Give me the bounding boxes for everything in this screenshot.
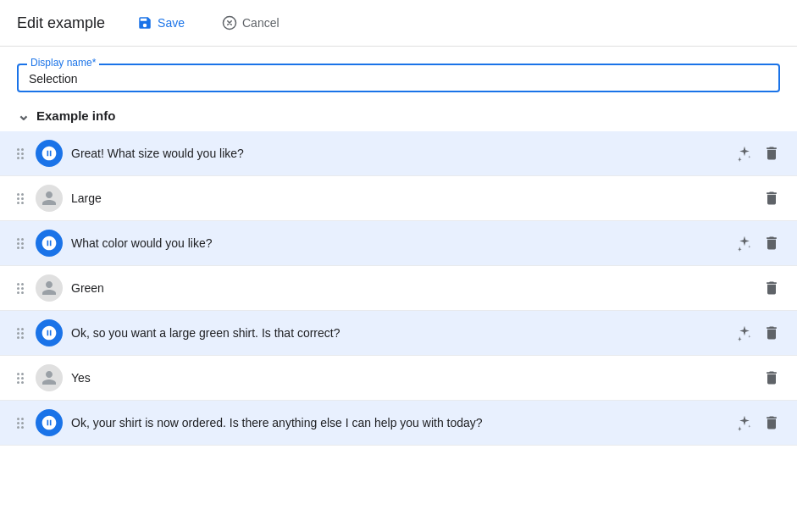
drag-handle[interactable] xyxy=(14,235,27,252)
cancel-icon xyxy=(222,15,237,30)
conversation-text: Ok, so you want a large green shirt. Is … xyxy=(71,326,724,340)
agent-avatar xyxy=(36,409,63,436)
user-avatar xyxy=(36,364,63,391)
sparkle-button[interactable] xyxy=(733,321,756,345)
drag-handle[interactable] xyxy=(14,414,27,432)
conversation-text: What color would you like? xyxy=(71,236,724,250)
agent-avatar xyxy=(36,230,63,257)
delete-button[interactable] xyxy=(760,321,783,345)
delete-button[interactable] xyxy=(760,141,783,165)
delete-button[interactable] xyxy=(760,366,783,390)
conversation-row: Great! What size would you like? xyxy=(0,131,797,176)
sparkle-button[interactable] xyxy=(733,141,756,165)
cancel-button[interactable]: Cancel xyxy=(210,10,291,36)
conversation-row: Green xyxy=(0,266,797,311)
conversation-row: What color would you like? xyxy=(0,221,797,266)
row-actions xyxy=(733,411,783,435)
row-actions xyxy=(733,141,783,165)
display-name-section: Display name* xyxy=(0,47,797,92)
drag-handle[interactable] xyxy=(14,280,27,297)
conversation-text: Great! What size would you like? xyxy=(71,147,724,160)
conversation-row: Ok, your shirt is now ordered. Is there … xyxy=(0,401,797,446)
conversation-row: Yes xyxy=(0,356,797,401)
conversation-text: Large xyxy=(71,191,751,205)
delete-button[interactable] xyxy=(760,186,783,210)
delete-button[interactable] xyxy=(760,231,783,255)
drag-handle[interactable] xyxy=(14,324,27,342)
user-avatar xyxy=(36,274,63,302)
row-actions xyxy=(733,321,783,345)
save-button[interactable]: Save xyxy=(125,10,196,36)
conversation-list: Great! What size would you like?LargeWha… xyxy=(0,131,797,463)
sparkle-button[interactable] xyxy=(733,231,756,255)
save-icon xyxy=(137,15,152,30)
page-title: Edit example xyxy=(17,14,105,32)
display-name-input[interactable] xyxy=(29,72,768,86)
delete-button[interactable] xyxy=(760,411,783,435)
user-avatar xyxy=(36,185,63,212)
example-info-toggle[interactable]: ⌄ Example info xyxy=(0,92,797,131)
drag-handle[interactable] xyxy=(14,145,27,163)
display-name-field-wrapper: Display name* xyxy=(17,64,780,92)
conversation-text: Ok, your shirt is now ordered. Is there … xyxy=(71,416,724,429)
display-name-label: Display name* xyxy=(27,57,99,69)
delete-button[interactable] xyxy=(760,276,783,300)
row-actions xyxy=(760,186,783,210)
agent-avatar xyxy=(36,140,63,167)
row-actions xyxy=(760,276,783,300)
conversation-row: Large xyxy=(0,176,797,221)
conversation-row: Ok, so you want a large green shirt. Is … xyxy=(0,311,797,356)
chevron-down-icon: ⌄ xyxy=(17,106,30,125)
page-header: Edit example Save Cancel xyxy=(0,0,797,47)
example-info-label: Example info xyxy=(36,108,115,123)
drag-handle[interactable] xyxy=(14,369,27,387)
row-actions xyxy=(733,231,783,255)
conversation-text: Yes xyxy=(71,371,751,385)
agent-avatar xyxy=(36,319,63,346)
conversation-text: Green xyxy=(71,281,751,295)
row-actions xyxy=(760,366,783,390)
drag-handle[interactable] xyxy=(14,190,27,208)
sparkle-button[interactable] xyxy=(733,411,756,435)
